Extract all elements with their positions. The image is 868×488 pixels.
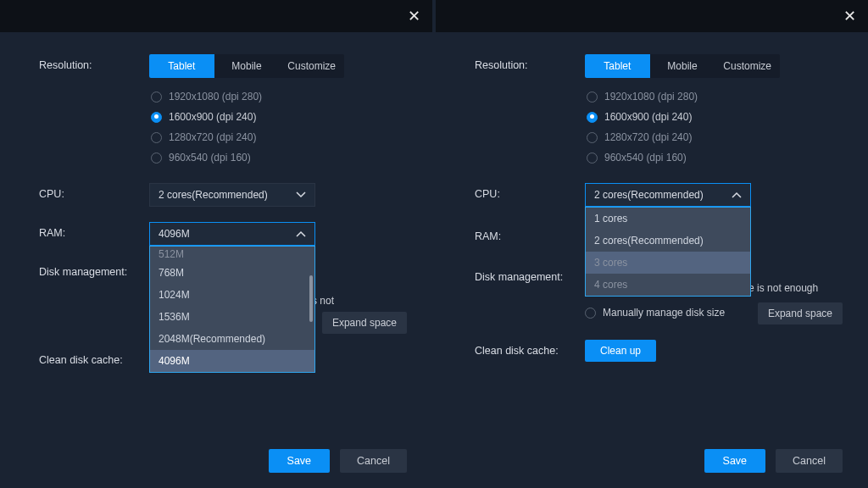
resolution-option[interactable]: 960x540 (dpi 160) bbox=[151, 147, 407, 168]
ram-controls: 4096M 512M 768M 1024M 1536M 2048M(Recomm… bbox=[149, 222, 407, 246]
resolution-option[interactable]: 1600x900 (dpi 240) bbox=[151, 107, 407, 127]
footer: Save Cancel bbox=[0, 437, 432, 488]
resolution-option[interactable]: 1920x1080 (dpi 280) bbox=[587, 86, 843, 107]
chevron-up-icon bbox=[296, 230, 306, 237]
radio-icon bbox=[585, 308, 596, 319]
clean-label: Clean disk cache: bbox=[39, 349, 149, 371]
ram-dropdown[interactable]: 4096M bbox=[149, 222, 315, 246]
tab-mobile[interactable]: Mobile bbox=[214, 54, 280, 78]
radio-label: 1600x900 (dpi 240) bbox=[169, 111, 256, 123]
titlebar: ✕ bbox=[0, 0, 432, 32]
radio-icon bbox=[151, 112, 162, 123]
scroll-thumb[interactable] bbox=[309, 275, 313, 322]
resolution-option[interactable]: 1920x1080 (dpi 280) bbox=[151, 86, 407, 107]
settings-panel-right: ✕ Resolution: Tablet Mobile Customize 19… bbox=[436, 0, 868, 488]
cpu-controls: 2 cores(Recommended) 1 cores 2 cores(Rec… bbox=[585, 183, 843, 207]
resolution-row: Resolution: Tablet Mobile Customize 1920… bbox=[39, 54, 407, 168]
resolution-option[interactable]: 1280x720 (dpi 240) bbox=[587, 127, 843, 147]
radio-label: 1600x900 (dpi 240) bbox=[604, 111, 692, 123]
radio-label: 1280x720 (dpi 240) bbox=[169, 131, 256, 143]
tab-mobile[interactable]: Mobile bbox=[650, 54, 715, 78]
disk-label: Disk management: bbox=[475, 266, 585, 288]
resolution-label: Resolution: bbox=[475, 54, 585, 76]
resolution-tabs: Tablet Mobile Customize bbox=[149, 54, 344, 78]
cpu-label: CPU: bbox=[39, 183, 149, 205]
cpu-selected-value: 2 cores(Recommended) bbox=[594, 189, 704, 201]
settings-panel-left: ✕ Resolution: Tablet Mobile Customize 19… bbox=[0, 0, 432, 488]
titlebar: ✕ bbox=[436, 0, 868, 32]
clean-row: Clean disk cache: Clean up bbox=[475, 340, 843, 362]
cpu-selected-value: 2 cores(Recommended) bbox=[159, 189, 268, 201]
tab-tablet[interactable]: Tablet bbox=[149, 54, 214, 78]
disk-label: Disk management: bbox=[39, 261, 149, 283]
ram-selected-value: 4096M bbox=[159, 228, 190, 240]
radio-icon bbox=[587, 112, 598, 123]
ram-option[interactable]: 768M bbox=[150, 262, 314, 284]
ram-option[interactable]: 4096M bbox=[150, 350, 314, 372]
cpu-option[interactable]: 4 cores bbox=[586, 274, 750, 296]
expand-space-button[interactable]: Expand space bbox=[758, 302, 843, 324]
resolution-row: Resolution: Tablet Mobile Customize 1920… bbox=[475, 54, 843, 168]
ram-option[interactable]: 2048M(Recommended) bbox=[150, 328, 314, 350]
close-icon[interactable]: ✕ bbox=[843, 7, 856, 25]
cancel-button[interactable]: Cancel bbox=[776, 449, 843, 473]
radio-icon bbox=[151, 132, 162, 143]
resolution-option[interactable]: 1600x900 (dpi 240) bbox=[587, 107, 843, 127]
resolution-label: Resolution: bbox=[39, 54, 149, 76]
tab-customize[interactable]: Customize bbox=[279, 54, 344, 78]
radio-icon bbox=[587, 132, 598, 143]
radio-label: 1920x1080 (dpi 280) bbox=[169, 91, 262, 103]
radio-label: 1920x1080 (dpi 280) bbox=[604, 91, 698, 103]
cpu-controls: 2 cores(Recommended) bbox=[149, 183, 407, 207]
radio-label: 960x540 (dpi 160) bbox=[604, 152, 687, 164]
clean-controls: Clean up bbox=[585, 340, 843, 362]
cpu-label: CPU: bbox=[475, 183, 585, 205]
ram-option[interactable]: 512M bbox=[150, 247, 314, 262]
clean-label: Clean disk cache: bbox=[475, 340, 585, 362]
chevron-up-icon bbox=[732, 191, 742, 198]
radio-icon bbox=[587, 152, 598, 164]
tab-customize[interactable]: Customize bbox=[715, 54, 780, 78]
ram-label: RAM: bbox=[475, 225, 585, 247]
cpu-dropdown-list: 1 cores 2 cores(Recommended) 3 cores 4 c… bbox=[585, 207, 751, 297]
expand-space-button[interactable]: Expand space bbox=[322, 312, 407, 334]
cpu-row: CPU: 2 cores(Recommended) 1 cores 2 core… bbox=[475, 183, 843, 207]
cpu-dropdown[interactable]: 2 cores(Recommended) bbox=[149, 183, 315, 207]
resolution-radios: 1920x1080 (dpi 280) 1600x900 (dpi 240) 1… bbox=[587, 86, 843, 168]
resolution-tabs: Tablet Mobile Customize bbox=[585, 54, 780, 78]
save-button[interactable]: Save bbox=[269, 449, 331, 473]
cpu-option[interactable]: 1 cores bbox=[586, 208, 750, 230]
footer: Save Cancel bbox=[436, 437, 868, 488]
resolution-controls: Tablet Mobile Customize 1920x1080 (dpi 2… bbox=[585, 54, 843, 168]
cpu-option[interactable]: 3 cores bbox=[586, 252, 750, 274]
tab-tablet[interactable]: Tablet bbox=[585, 54, 650, 78]
resolution-controls: Tablet Mobile Customize 1920x1080 (dpi 2… bbox=[149, 54, 407, 168]
radio-label: 1280x720 (dpi 240) bbox=[604, 131, 692, 143]
save-button[interactable]: Save bbox=[704, 449, 766, 473]
dropdown-scrollbar[interactable] bbox=[309, 250, 313, 369]
ram-option[interactable]: 1536M bbox=[150, 306, 314, 328]
resolution-option[interactable]: 1280x720 (dpi 240) bbox=[151, 127, 407, 147]
resolution-radios: 1920x1080 (dpi 280) 1600x900 (dpi 240) 1… bbox=[151, 86, 407, 168]
resolution-option[interactable]: 960x540 (dpi 160) bbox=[587, 147, 843, 168]
radio-icon bbox=[151, 152, 162, 164]
radio-icon bbox=[151, 92, 162, 103]
cpu-row: CPU: 2 cores(Recommended) bbox=[39, 183, 407, 207]
cpu-dropdown[interactable]: 2 cores(Recommended) bbox=[585, 183, 751, 207]
radio-label: 960x540 (dpi 160) bbox=[169, 152, 251, 164]
cpu-option[interactable]: 2 cores(Recommended) bbox=[586, 230, 750, 252]
ram-dropdown-list: 512M 768M 1024M 1536M 2048M(Recommended)… bbox=[149, 246, 315, 373]
ram-row: RAM: 4096M 512M 768M 1024M 1536M 2048M(R… bbox=[39, 222, 407, 246]
ram-option[interactable]: 1024M bbox=[150, 284, 314, 306]
disk-manual-option[interactable]: Manually manage disk size Expand space bbox=[585, 302, 843, 324]
radio-icon bbox=[587, 92, 598, 103]
content-area: Resolution: Tablet Mobile Customize 1920… bbox=[0, 32, 432, 437]
close-icon[interactable]: ✕ bbox=[408, 7, 420, 25]
disk-manual-label: Manually manage disk size bbox=[603, 306, 725, 320]
ram-label: RAM: bbox=[39, 222, 149, 244]
chevron-down-icon bbox=[296, 191, 306, 198]
content-area: Resolution: Tablet Mobile Customize 1920… bbox=[436, 32, 868, 437]
cancel-button[interactable]: Cancel bbox=[340, 449, 407, 473]
cleanup-button[interactable]: Clean up bbox=[585, 340, 656, 362]
